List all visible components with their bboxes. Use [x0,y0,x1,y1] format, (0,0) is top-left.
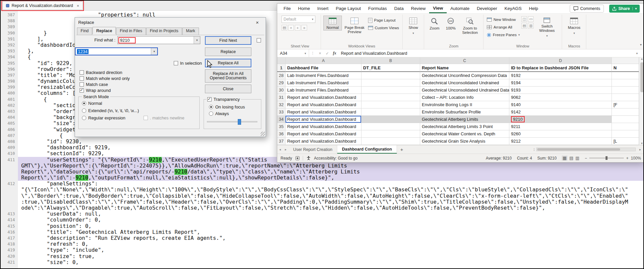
code-line[interactable]: "{\"Icon\":\"None\",\"Width\":null,\"Hei… [1,187,643,193]
cell-d35[interactable]: 9211 [509,123,612,130]
menu-tab-data[interactable]: Data [391,4,408,13]
column-header-d[interactable]: D [509,57,612,64]
cell-a35[interactable]: Report and Visualization.Dashboard [286,123,361,130]
cell-c31[interactable]: Collect – API: Location Info [420,94,509,101]
normal-view-button[interactable]: Normal [323,16,342,31]
cell-c30[interactable]: Geotechnical Unconsolidated Undrained Da… [420,87,509,94]
row-header-32[interactable]: 32 [277,101,286,108]
view-side-by-side-icon[interactable]: ▤ [521,23,527,29]
code-line[interactable]: 416 "title": "Geotechnical Atterberg Lim… [1,229,643,235]
cell-c1[interactable]: Report Name [420,64,509,72]
cell-a33[interactable]: Report and Visualization.Dashboard [286,108,361,116]
cell-e28[interactable] [612,72,639,79]
cell-c37[interactable]: Geotechnical Grain Size Analysis [420,138,509,145]
cell-b32[interactable] [361,101,420,108]
code-line[interactable]: Report\",\"id\":-9210,\"outputFormat\":n… [1,175,643,181]
synchronous-scrolling-icon[interactable]: ▥ [528,23,534,29]
cell-d36[interactable]: 9260 [509,130,612,138]
row-header-33[interactable]: 33 [277,108,286,116]
cell-e37[interactable]: [L [612,138,639,145]
share-button[interactable]: Share ▾ [609,5,640,13]
page-break-preview-button[interactable]: Page Break Preview [343,16,366,34]
column-header-e[interactable] [612,57,639,64]
cell-e30[interactable] [612,87,639,94]
select-all-corner[interactable] [277,57,286,64]
cell-e35[interactable] [612,123,639,130]
normal-view-toggle-icon[interactable]: ▦ [562,156,567,161]
horizontal-scrollbar-thumb[interactable] [537,148,620,151]
always-radio[interactable] [209,111,213,116]
cell-a30[interactable]: Lab Instrument Files.Dashboard [286,87,361,94]
freeze-panes-button[interactable]: Freeze Panes ▾ [486,32,521,38]
collapse-ribbon-icon[interactable]: ▾ [640,43,642,46]
dialog-tab-replace[interactable]: Replace [93,27,116,34]
name-box[interactable]: A34 ▾ [277,49,309,57]
sheet-next-icon[interactable]: ▸ [283,145,289,154]
cell-b28[interactable] [361,72,420,79]
cell-d34[interactable]: 9210 [509,116,612,123]
code-line[interactable]: 421 "size": 0, [1,259,643,265]
scrollbar-dots-icon[interactable]: ⁞ [534,148,535,152]
macros-button[interactable]: Macros ▾ [564,16,584,36]
scroll-down-icon[interactable]: ▼ [641,142,643,145]
tab-close-icon[interactable]: × [77,3,79,8]
cell-d30[interactable]: 9193 [509,87,612,94]
dialog-tab-find[interactable]: Find [77,28,92,35]
code-line[interactable]: 414 "columnOrder": 0, [1,217,643,223]
match-case-option[interactable]: Match case [80,82,108,87]
cell-a29[interactable]: Lab Instrument Files.Dashboard [286,79,361,87]
code-line[interactable]: 412 "panelSettings": [1,181,643,187]
cell-a37[interactable]: Report and Visualization.Dashboard [286,138,361,145]
cell-e34[interactable] [612,116,639,123]
row-header-30[interactable]: 30 [277,87,286,94]
cell-a31[interactable]: Report and Visualization.Dashboard [286,94,361,101]
expand-formula-bar-icon[interactable]: ▾ [636,52,638,55]
column-header-b[interactable]: B [361,57,420,64]
code-line[interactable]: ode\":\"Always\",\"Dragable\":true,\"Aut… [1,205,643,211]
cell-b29[interactable] [361,79,420,87]
zoom-level[interactable]: 100% [631,156,641,161]
chevron-down-icon[interactable]: ▾ [194,36,200,44]
wrap-around-checkbox[interactable] [80,88,84,93]
code-line[interactable]: 413 "userData": null, [1,211,643,217]
column-header-c[interactable]: C [420,57,509,64]
cell-d33[interactable]: 9142 [509,108,612,116]
slider-thumb[interactable] [238,119,241,125]
confirm-entry-icon[interactable]: ✓ [324,51,331,56]
exit-sheet-view-icon[interactable]: × [288,25,294,31]
share-dropdown-icon[interactable]: ▾ [632,7,637,10]
page-layout-view-toggle-icon[interactable]: ▤ [569,156,573,161]
transparency-checkbox[interactable] [207,97,212,101]
cell-b31[interactable] [361,94,420,101]
row-header-31[interactable]: 31 [277,94,286,101]
cell-b37[interactable] [361,138,420,145]
show-button[interactable]: Show ▾ [405,16,421,36]
menu-tab-keyags[interactable]: KeyAGS [501,4,525,13]
match-whole-word-option[interactable]: Match whole word only [80,76,130,81]
replace-button[interactable]: Replace [205,47,251,56]
cell-e1[interactable]: N [612,64,639,72]
insert-function-icon[interactable]: fx [331,51,338,56]
zoom-button[interactable]: Zoom [426,16,442,31]
zoom-100-button[interactable]: 100 100% [443,16,458,31]
menu-tab-page-layout[interactable]: Page Layout [332,4,365,13]
zoom-slider[interactable] [589,158,624,159]
on-losing-focus-option[interactable]: On losing focus [209,104,245,109]
scroll-up-icon[interactable]: ▲ [641,57,643,60]
sheet-tab-dashboard-configuration[interactable]: Dashboard Configuration [337,145,397,154]
menu-tab-home[interactable]: Home [294,4,314,13]
row-header-37[interactable]: 37 [277,138,286,145]
sheet-tab-user-report-creation[interactable]: User Report Creation [289,145,337,154]
cell-e31[interactable] [612,94,639,101]
chevron-down-icon[interactable]: ▾ [304,52,306,55]
resize-grip[interactable] [261,132,265,136]
cell-a34[interactable]: Report and Visualization.Dashboard [286,116,361,123]
cell-e33[interactable] [612,108,639,116]
row-header-36[interactable]: 36 [277,130,286,138]
zoom-out-icon[interactable]: − [585,156,587,161]
new-window-button[interactable]: New Window [486,16,521,23]
sheet-view-selector[interactable]: Default ▾ [282,16,315,23]
cell-d29[interactable]: 9194 [509,79,612,87]
sheet-prev-icon[interactable]: ◂ [277,145,283,154]
menu-tab-view[interactable]: View [429,4,447,13]
